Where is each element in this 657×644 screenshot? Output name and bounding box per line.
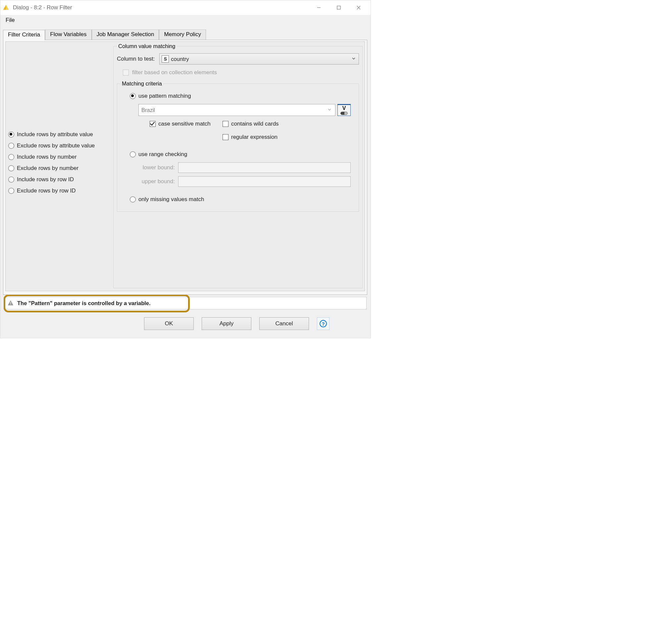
cancel-button[interactable]: Cancel bbox=[259, 317, 309, 330]
tab-memory-policy[interactable]: Memory Policy bbox=[159, 29, 206, 40]
variable-v-icon: V bbox=[343, 106, 346, 111]
matching-criteria-group: Matching criteria use pattern matching B… bbox=[117, 80, 359, 212]
radio-use-range[interactable]: use range checking bbox=[130, 151, 351, 158]
radio-label: use range checking bbox=[138, 151, 187, 158]
radio-exclude-num[interactable]: Exclude rows by number bbox=[8, 165, 109, 171]
pattern-value: Brazil bbox=[141, 107, 155, 113]
status-bar-wrap: The "Pattern" parameter is controlled by… bbox=[4, 297, 367, 309]
tab-flow-variables[interactable]: Flow Variables bbox=[45, 29, 91, 40]
chevron-down-icon bbox=[351, 56, 356, 62]
lower-bound-input[interactable] bbox=[178, 162, 351, 173]
column-to-test-value: country bbox=[171, 56, 189, 62]
minimize-button[interactable] bbox=[309, 0, 329, 15]
radio-icon bbox=[130, 93, 136, 99]
titlebar: Dialog - 8:2 - Row Filter bbox=[0, 0, 371, 15]
checkbox-wild-cards[interactable]: contains wild cards bbox=[222, 121, 296, 127]
checkbox-label: regular expression bbox=[231, 134, 278, 140]
radio-exclude-rowid[interactable]: Exclude rows by row ID bbox=[8, 187, 109, 194]
radio-label: Exclude rows by attribute value bbox=[17, 142, 95, 149]
upper-bound-label: upper bound: bbox=[138, 178, 175, 185]
flow-variable-button[interactable]: V bbox=[337, 104, 351, 116]
radio-label: Exclude rows by number bbox=[17, 165, 78, 171]
inner-frame: Include rows by attribute value Exclude … bbox=[5, 41, 365, 291]
radio-icon bbox=[130, 152, 136, 157]
app-icon bbox=[3, 5, 9, 10]
radio-label: Include rows by attribute value bbox=[17, 131, 93, 138]
radio-icon bbox=[8, 188, 14, 194]
radio-icon bbox=[8, 177, 14, 183]
radio-icon bbox=[8, 132, 14, 137]
checkbox-label: contains wild cards bbox=[231, 121, 279, 127]
radio-label: use pattern matching bbox=[138, 93, 191, 99]
radio-label: Include rows by number bbox=[17, 154, 76, 160]
upper-bound-input[interactable] bbox=[178, 176, 351, 187]
column-to-test-label: Column to test: bbox=[117, 56, 155, 62]
filter-collection-label: filter based on collection elements bbox=[132, 69, 217, 76]
status-bar: The "Pattern" parameter is controlled by… bbox=[4, 297, 367, 309]
checkbox-icon bbox=[150, 121, 156, 127]
warning-icon bbox=[7, 300, 14, 306]
variable-toggle-icon bbox=[341, 112, 348, 115]
ok-button[interactable]: OK bbox=[144, 317, 194, 330]
radio-include-num[interactable]: Include rows by number bbox=[8, 154, 109, 160]
checkbox-case-sensitive[interactable]: case sensitive match bbox=[150, 121, 222, 127]
tab-job-manager[interactable]: Job Manager Selection bbox=[92, 29, 159, 40]
radio-label: only missing values match bbox=[138, 196, 204, 203]
right-column: Column value matching Column to test: S … bbox=[113, 42, 365, 291]
matching-criteria-legend: Matching criteria bbox=[120, 80, 163, 87]
column-to-test-select[interactable]: S country bbox=[159, 53, 359, 65]
column-to-test-row: Column to test: S country bbox=[117, 53, 359, 65]
upper-bound-row: upper bound: bbox=[138, 176, 351, 187]
menu-file[interactable]: File bbox=[4, 16, 16, 24]
content: Filter Criteria Flow Variables Job Manag… bbox=[0, 25, 371, 338]
checkbox-regex[interactable]: regular expression bbox=[222, 134, 296, 140]
status-message: The "Pattern" parameter is controlled by… bbox=[17, 300, 151, 306]
tab-filter-criteria[interactable]: Filter Criteria bbox=[3, 30, 45, 40]
radio-label: Exclude rows by row ID bbox=[17, 187, 76, 194]
radio-use-pattern[interactable]: use pattern matching bbox=[130, 93, 351, 99]
tab-panel-filter-criteria: Include rows by attribute value Exclude … bbox=[3, 40, 367, 295]
column-value-matching-group: Column value matching Column to test: S … bbox=[113, 43, 362, 288]
pattern-combo[interactable]: Brazil bbox=[138, 104, 335, 116]
radio-include-rowid[interactable]: Include rows by row ID bbox=[8, 176, 109, 183]
column-value-matching-legend: Column value matching bbox=[117, 43, 177, 49]
radio-icon bbox=[130, 197, 136, 202]
menubar: File bbox=[0, 15, 371, 25]
pattern-checks: case sensitive match contains wild cards bbox=[150, 121, 351, 140]
checkbox-label: case sensitive match bbox=[158, 121, 211, 127]
lower-bound-row: lower bound: bbox=[138, 162, 351, 173]
help-icon: ? bbox=[320, 320, 327, 327]
filter-collection-row[interactable]: filter based on collection elements bbox=[123, 69, 359, 76]
filter-mode-group: Include rows by attribute value Exclude … bbox=[6, 42, 113, 291]
radio-icon bbox=[8, 165, 14, 171]
dialog-window: Dialog - 8:2 - Row Filter File Filter Cr… bbox=[0, 0, 371, 338]
svg-rect-3 bbox=[337, 6, 341, 9]
apply-button[interactable]: Apply bbox=[202, 317, 251, 330]
close-button[interactable] bbox=[349, 0, 369, 15]
radio-include-attr[interactable]: Include rows by attribute value bbox=[8, 131, 109, 138]
checkbox-icon bbox=[222, 121, 229, 127]
window-title: Dialog - 8:2 - Row Filter bbox=[13, 4, 309, 11]
chevron-down-icon bbox=[327, 107, 332, 113]
radio-only-missing[interactable]: only missing values match bbox=[130, 196, 351, 203]
button-bar: OK Apply Cancel ? bbox=[141, 310, 367, 336]
maximize-button[interactable] bbox=[329, 0, 349, 15]
radio-icon bbox=[8, 143, 14, 149]
svg-rect-7 bbox=[10, 302, 11, 304]
radio-label: Include rows by row ID bbox=[17, 176, 74, 183]
radio-exclude-attr[interactable]: Exclude rows by attribute value bbox=[8, 142, 109, 149]
radio-icon bbox=[8, 154, 14, 160]
window-controls bbox=[309, 0, 369, 15]
help-button[interactable]: ? bbox=[317, 317, 329, 330]
svg-rect-8 bbox=[10, 304, 11, 305]
pattern-row: Brazil V bbox=[138, 104, 351, 116]
column-type-chip: S bbox=[162, 55, 169, 63]
checkbox-icon bbox=[123, 70, 129, 75]
lower-bound-label: lower bound: bbox=[138, 164, 175, 171]
tabstrip: Filter Criteria Flow Variables Job Manag… bbox=[3, 29, 367, 40]
checkbox-icon bbox=[222, 134, 229, 140]
